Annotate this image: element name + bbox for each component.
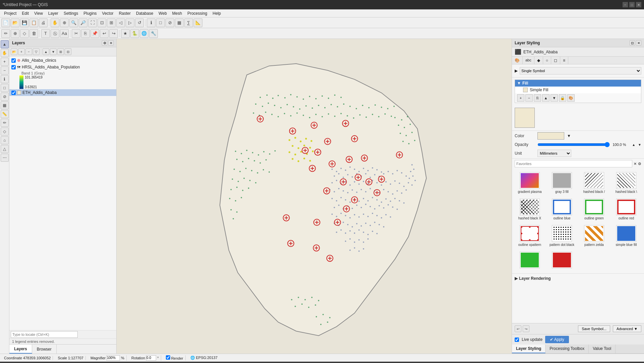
menu-layer[interactable]: Layer [46, 10, 61, 16]
map-area[interactable] [117, 39, 512, 354]
zoom-selection-btn[interactable]: ⊞ [107, 18, 116, 27]
render-checkbox[interactable] [166, 355, 170, 360]
advanced-btn[interactable]: Advanced ▼ [613, 325, 641, 332]
menu-database[interactable]: Database [133, 10, 156, 16]
expand-all-btn[interactable]: ⊞ [57, 48, 64, 55]
zoom-next-btn[interactable]: ▷ [126, 18, 134, 27]
style-tab-diagram[interactable]: ○ [543, 57, 551, 64]
edit-mode-btn[interactable]: ✏ [1, 29, 10, 38]
menu-help[interactable]: Help [210, 10, 224, 16]
select-tool-btn[interactable]: ▲ [1, 40, 9, 48]
layers-close-btn[interactable]: ✕ [108, 40, 114, 46]
layer-item-eth[interactable]: ETH_Addis_Ababa [9, 89, 116, 96]
symbol-hashed-slash[interactable]: hashed black / [579, 171, 609, 195]
symbol-dot-black[interactable]: pattern dot black [547, 224, 577, 248]
style-tab-mask[interactable]: ◻ [551, 57, 560, 64]
rpt-value-tool[interactable]: Value Tool [589, 345, 616, 353]
rpt-processing-toolbox[interactable]: Processing Toolbox [545, 345, 589, 353]
symbol-outline-blue[interactable]: outline blue [547, 197, 577, 222]
save-symbol-btn[interactable]: Save Symbol... [578, 325, 610, 332]
open-project-btn[interactable]: 📂 [11, 18, 19, 27]
layer-item-allis[interactable]: ⊕ Allis_Ababa_clinics [9, 57, 116, 64]
zoom-in-btn[interactable]: 🔍 [69, 18, 78, 27]
open-layer-btn[interactable]: 📂 [11, 48, 17, 55]
stats-btn[interactable]: ∑ [184, 18, 193, 27]
annotation-btn[interactable]: Aa [60, 29, 69, 38]
save-as-btn[interactable]: 📋 [29, 18, 38, 27]
layer-rendering-toggle[interactable]: ▶ Layer Rendering [515, 275, 641, 282]
minimize-btn[interactable]: − [623, 2, 628, 7]
remove-symbol-btn[interactable]: − [525, 94, 533, 102]
symbol-hashed-backslash[interactable]: hashed black \ [611, 171, 641, 195]
color-swatch[interactable] [537, 132, 564, 140]
open-attr-table-btn[interactable]: ▦ [1, 101, 9, 109]
opacity-spin-down[interactable]: ▼ [638, 143, 641, 147]
symbol-hashed-x[interactable]: hashed black X [515, 197, 545, 222]
symbol-green-solid[interactable] [515, 250, 545, 271]
digitize-btn[interactable]: ⊕ [11, 29, 19, 38]
identify-btn[interactable]: ℹ [147, 18, 155, 27]
undo-btn[interactable]: ↩ [100, 29, 109, 38]
select-feature-btn[interactable]: □ [1, 84, 9, 92]
tab-layers[interactable]: Layers [9, 345, 32, 354]
symbol-gray3-fill[interactable]: gray 3 fill [547, 171, 577, 195]
filter-layer-btn[interactable]: ▽ [33, 48, 40, 55]
pan-to-btn[interactable]: ⊕ [60, 18, 69, 27]
redo-style-btn[interactable]: ↪ [523, 325, 529, 332]
select-btn[interactable]: □ [156, 18, 165, 27]
pan-tool[interactable]: ✋ [51, 18, 59, 27]
move-up-symbol-btn[interactable]: ▲ [542, 94, 550, 102]
measure-distance-btn[interactable]: 📏 [1, 110, 9, 118]
symbol-red-solid[interactable] [547, 250, 577, 271]
styling-close-btn[interactable]: ✕ [636, 40, 641, 46]
menu-web[interactable]: Web [156, 10, 169, 16]
favorites-clear-btn[interactable]: ✕ [634, 162, 637, 166]
cut-btn[interactable]: ✂ [72, 29, 80, 38]
menu-project[interactable]: Project [1, 10, 19, 16]
python-btn[interactable]: 🐍 [130, 29, 139, 38]
label2-btn[interactable]: ㊈ [51, 29, 59, 38]
layer-item-hrsl[interactable]: 🗺 HRSL_Addis_Ababa_Population [9, 64, 116, 70]
style-tab-abc[interactable]: abc [523, 57, 534, 64]
zoom-out-btn[interactable]: 🔎 [79, 18, 87, 27]
layer-checkbox-hrsl[interactable] [11, 65, 16, 69]
menu-view[interactable]: View [31, 10, 46, 16]
style-tab-3d[interactable]: ◆ [534, 57, 543, 64]
identify-feature-btn[interactable]: ℹ [1, 75, 9, 83]
pan-map-btn[interactable]: ✋ [1, 49, 9, 57]
favorites-search-input[interactable] [515, 160, 632, 167]
duplicate-symbol-btn[interactable]: ⎘ [534, 94, 541, 102]
print-btn[interactable]: 🖨 [39, 18, 48, 27]
node-tool-btn[interactable]: ◇ [20, 29, 29, 38]
copy-btn[interactable]: ⎘ [81, 29, 90, 38]
opacity-slider[interactable] [537, 143, 610, 146]
symbol-outline-green[interactable]: outline green [579, 197, 609, 222]
move-up-btn[interactable]: ▲ [43, 48, 49, 55]
move-down-symbol-btn[interactable]: ▼ [551, 94, 558, 102]
rpt-layer-styling[interactable]: Layer Styling [512, 345, 545, 353]
symbol-gradient-plasma[interactable]: gradient plasma [515, 171, 545, 195]
opacity-spin-up[interactable]: ▲ [632, 143, 635, 147]
zoom-full-btn[interactable]: ⛶ [88, 18, 97, 27]
tab-browser[interactable]: Browser [32, 345, 57, 354]
color-dropdown-btn[interactable]: ▼ [567, 134, 571, 138]
measure-btn[interactable]: 📐 [194, 18, 202, 27]
zoom-in-map-btn[interactable]: + [1, 58, 9, 66]
locate-input[interactable] [11, 331, 78, 338]
style-tab-color[interactable]: 🎨 [512, 57, 523, 64]
zoom-prev-btn[interactable]: ◁ [116, 18, 125, 27]
redo-btn[interactable]: ↪ [109, 29, 118, 38]
color-symbol-btn[interactable]: 🎨 [567, 94, 575, 102]
plugin2-btn[interactable]: 🌐 [140, 29, 148, 38]
menu-mesh[interactable]: Mesh [170, 10, 185, 16]
menu-settings[interactable]: Settings [61, 10, 81, 16]
styling-undock-btn[interactable]: ⊡ [630, 40, 635, 46]
symbol-zelda[interactable]: pattern zelda [579, 224, 609, 248]
deselect-btn[interactable]: ⊘ [166, 18, 174, 27]
symbol-outline-red[interactable]: outline red [611, 197, 641, 222]
remove-layer-btn[interactable]: − [25, 48, 32, 55]
open-table-btn[interactable]: ▦ [175, 18, 184, 27]
rotation-input[interactable] [146, 355, 156, 361]
maximize-btn[interactable]: □ [629, 2, 635, 7]
layer-checkbox-allis[interactable] [11, 58, 16, 63]
